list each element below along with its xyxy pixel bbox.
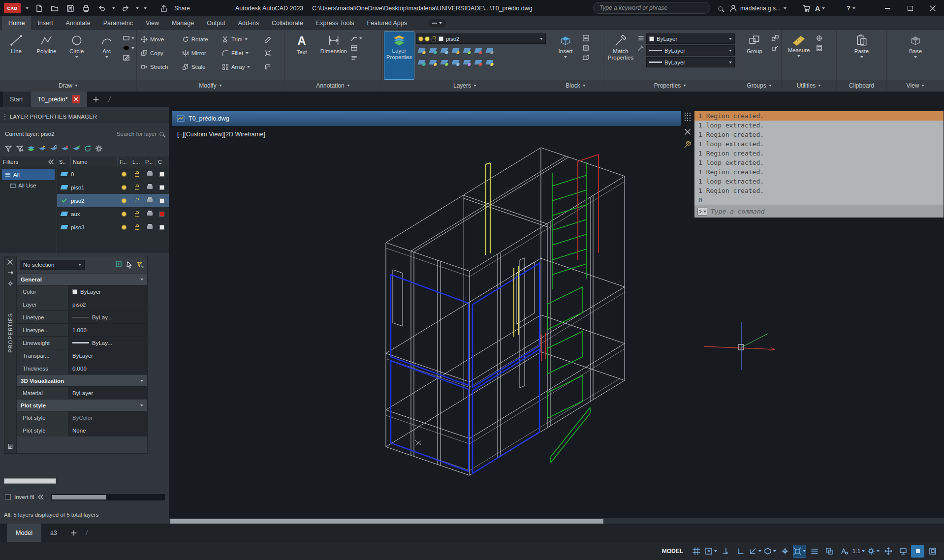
refresh-icon[interactable] xyxy=(84,145,92,153)
panel-label-annotation[interactable]: Annotation xyxy=(284,80,381,92)
new-layout-button[interactable] xyxy=(66,524,82,542)
dimension-tool[interactable]: Dimension xyxy=(318,31,349,80)
ungroup-icon[interactable] xyxy=(771,34,779,42)
panel-label-draw[interactable]: Draw xyxy=(0,80,136,92)
model-space-badge[interactable]: MODEL xyxy=(657,545,688,558)
create-block-icon[interactable] xyxy=(582,44,590,52)
viewport-controls[interactable]: [−][Custom View][2D Wireframe] xyxy=(177,131,265,138)
search-input[interactable]: Type a keyword or phrase xyxy=(593,2,710,14)
tab-collaborate[interactable]: Collaborate xyxy=(265,16,310,30)
layer-search-input[interactable]: Search for layer xyxy=(117,131,164,137)
maximize-button[interactable] xyxy=(899,0,921,16)
layer-isolate-icon[interactable] xyxy=(429,48,437,53)
tab-express-tools[interactable]: Express Tools xyxy=(310,16,361,30)
freeze-sun-icon[interactable] xyxy=(122,186,126,189)
prop-row-plot-style-table[interactable]: Plot style None xyxy=(17,424,147,436)
tab-output[interactable]: Output xyxy=(200,16,232,30)
redo-icon[interactable] xyxy=(120,3,131,14)
snap-mode-icon[interactable] xyxy=(704,545,718,558)
rectangle-tool-icon[interactable] xyxy=(123,34,134,42)
prop-row-linetype-scale[interactable]: Linetype... 1.000 xyxy=(17,323,147,336)
annotation-visibility-icon[interactable] xyxy=(837,545,850,558)
panel-label-utilities[interactable]: Utilities xyxy=(782,80,836,92)
prop-row-transparency[interactable]: Transpar... ByLayer xyxy=(17,349,147,362)
layer-row-piso1[interactable]: piso1 xyxy=(57,181,169,194)
clean-screen-icon[interactable] xyxy=(926,545,939,558)
graphics-performance-icon[interactable] xyxy=(896,545,910,558)
color-chip-red[interactable] xyxy=(159,212,164,217)
palette-sheet-icon[interactable] xyxy=(7,443,13,449)
tab-annotate[interactable]: Annotate xyxy=(60,16,97,30)
close-command-window-icon[interactable] xyxy=(685,129,691,135)
customize-wrench-icon[interactable] xyxy=(684,141,692,149)
tab-view[interactable]: View xyxy=(139,16,165,30)
filter-tree-all-used[interactable]: All Use xyxy=(0,180,57,191)
lpm-bottom-scrollbar[interactable] xyxy=(51,494,165,500)
offset-tool-icon[interactable] xyxy=(262,61,282,73)
autocad-logo-icon[interactable]: CAD xyxy=(4,3,21,13)
close-palette-icon[interactable] xyxy=(7,259,13,265)
layer-lock-tool-icon[interactable] xyxy=(452,48,460,53)
lineweight-combo[interactable]: ByLayer xyxy=(646,57,735,67)
stretch-tool[interactable]: Stretch xyxy=(139,61,179,73)
tab-insert[interactable]: Insert xyxy=(31,16,59,30)
polyline-tool[interactable]: Polyline xyxy=(32,31,61,80)
prop-row-lineweight[interactable]: Lineweight ByLay... xyxy=(17,336,147,349)
panel-label-view[interactable]: View xyxy=(887,80,944,92)
prop-row-material[interactable]: Material ByLayer xyxy=(17,386,147,399)
edit-attributes-icon[interactable] xyxy=(582,34,590,42)
base-tool[interactable]: Base xyxy=(900,31,931,80)
canvas-scrollbar-thumb[interactable] xyxy=(170,519,603,524)
search-icon[interactable] xyxy=(715,3,725,14)
match-properties-button[interactable]: Match Properties xyxy=(605,31,636,80)
object-color-combo[interactable]: ByLayer xyxy=(646,33,735,44)
prop-row-linetype[interactable]: Linetype ByLay... xyxy=(17,311,147,323)
autodesk-access-button[interactable]: A xyxy=(815,0,825,16)
share-icon[interactable] xyxy=(158,3,169,14)
prop-row-thickness[interactable]: Thickness 0.000 xyxy=(17,362,147,374)
file-tab-start[interactable]: Start xyxy=(3,92,30,107)
group-tool[interactable]: Group xyxy=(739,31,770,80)
lock-icon[interactable] xyxy=(135,187,139,190)
account-area[interactable]: madalena.g.s... xyxy=(729,0,787,16)
mirror-tool[interactable]: Mirror xyxy=(180,47,219,59)
settings-gear-icon[interactable] xyxy=(95,145,103,153)
layer-properties-button[interactable]: Layer Properties xyxy=(384,31,414,80)
plot-printer-icon[interactable] xyxy=(147,172,153,176)
wireframe-building-model[interactable] xyxy=(366,142,642,486)
section-3d-visualization[interactable]: 3D Visualization xyxy=(17,374,147,386)
layer-freeze-icon[interactable] xyxy=(441,48,448,53)
isodraft-icon[interactable] xyxy=(763,545,777,558)
tab-addins[interactable]: Add-ins xyxy=(232,16,265,30)
layer-row-piso2-selected[interactable]: piso2 xyxy=(57,194,169,207)
annotation-more-icon[interactable] xyxy=(350,54,362,62)
color-chip[interactable] xyxy=(159,225,164,230)
lock-icon[interactable] xyxy=(135,226,139,230)
layer-walk-icon[interactable] xyxy=(486,60,494,64)
filter-tree-all[interactable]: All xyxy=(2,169,55,180)
move-pan-icon[interactable] xyxy=(881,545,895,558)
layer-thaw-all-icon[interactable] xyxy=(429,60,437,64)
plot-printer-icon[interactable] xyxy=(147,186,153,189)
plot-printer-icon[interactable] xyxy=(147,199,153,202)
array-tool[interactable]: Array xyxy=(220,61,261,73)
selection-dropdown[interactable]: No selection xyxy=(20,260,85,270)
lock-icon[interactable] xyxy=(135,200,139,203)
move-tool[interactable]: Move xyxy=(139,33,179,45)
cart-icon[interactable] xyxy=(801,3,812,14)
redo-caret-icon[interactable] xyxy=(136,7,139,9)
layout-tab-a3[interactable]: a3 xyxy=(41,524,66,542)
fillet-tool[interactable]: Fillet xyxy=(220,47,261,59)
autohide-pin-icon[interactable] xyxy=(7,270,13,276)
properties-list-icon[interactable] xyxy=(637,34,645,42)
object-snap-tracking-icon[interactable] xyxy=(778,545,791,558)
explode-tool-icon[interactable] xyxy=(262,47,282,59)
section-plot-style[interactable]: Plot style xyxy=(17,399,147,411)
layer-unlock-icon[interactable] xyxy=(463,48,471,53)
layer-states-icon[interactable] xyxy=(27,145,35,153)
layer-prev-icon[interactable] xyxy=(486,48,494,53)
layer-list-header[interactable]: S.. Name F... L... P... C xyxy=(57,156,169,167)
hatch-tool-icon[interactable] xyxy=(123,54,134,62)
canvas-horizontal-scrollbar[interactable] xyxy=(169,518,944,524)
palette-settings-gear-icon[interactable] xyxy=(7,280,13,286)
